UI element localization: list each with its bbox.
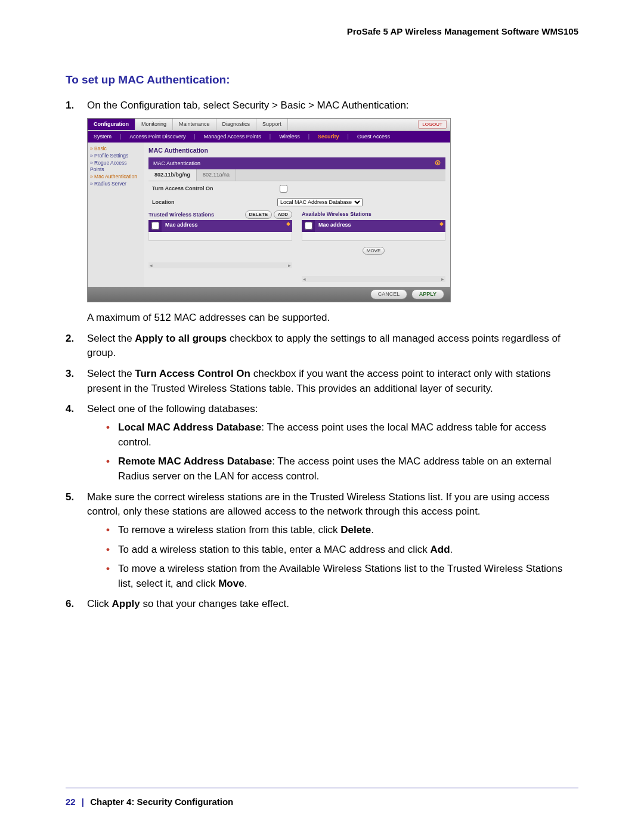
add-button[interactable]: ADD: [274, 210, 292, 219]
step-1-text: On the Configuration tab, select Securit…: [87, 100, 409, 111]
shot-footer: CANCEL APPLY: [88, 287, 450, 302]
step-5-bullet-1: To remove a wireless station from this t…: [106, 523, 578, 538]
step-1-after: A maximum of 512 MAC addresses can be su…: [87, 312, 330, 323]
chapter-title: Chapter 4: Security Configuration: [90, 797, 233, 807]
available-check-all[interactable]: [305, 222, 312, 230]
page-footer: 22 | Chapter 4: Security Configuration: [66, 788, 578, 807]
band-title: MAC Authentication: [153, 160, 200, 168]
radio-tabs: 802.11b/bg/ng 802.11a/na: [148, 169, 445, 181]
cancel-button[interactable]: CANCEL: [370, 289, 408, 299]
tab-monitoring[interactable]: Monitoring: [135, 119, 173, 130]
subnav-security[interactable]: Security: [315, 133, 342, 141]
step-4-bullet-2: Remote MAC Address Database: The access …: [106, 454, 578, 484]
sort-icon[interactable]: ◆: [437, 220, 445, 232]
available-scrollbar[interactable]: ◂▸: [302, 276, 445, 282]
available-table-header: Mac address ◆: [302, 220, 445, 232]
available-title: Available Wireless Stations: [302, 210, 371, 218]
band-header: MAC Authentication ⦿: [148, 157, 445, 170]
panel-title: MAC Authentication: [148, 146, 445, 155]
subnav-wireless[interactable]: Wireless: [277, 133, 302, 141]
shot-sidebar: » Basic » Profile Settings » Rogue Acces…: [88, 143, 144, 287]
move-button[interactable]: MOVE: [363, 247, 385, 255]
side-profile[interactable]: » Profile Settings: [90, 153, 141, 159]
side-basic[interactable]: » Basic: [90, 145, 141, 152]
available-mac-header: Mac address: [315, 220, 437, 232]
side-rogue[interactable]: » Rogue Access Points: [90, 160, 141, 173]
step-5-bullet-2: To add a wireless station to this table,…: [106, 543, 578, 558]
subnav-system[interactable]: System: [91, 133, 114, 141]
trusted-check-all[interactable]: [151, 222, 159, 230]
logout-button[interactable]: LOGOUT: [418, 120, 447, 129]
step-5-bullet-3: To move a wireless station from the Avai…: [106, 562, 578, 591]
help-icon[interactable]: ⦿: [435, 159, 441, 168]
step-6: Click Apply so that your changes take ef…: [66, 597, 578, 612]
radio-a[interactable]: 802.11a/na: [197, 169, 236, 181]
tab-configuration[interactable]: Configuration: [88, 119, 135, 130]
trusted-scrollbar[interactable]: ◂▸: [148, 262, 292, 268]
step-2: Select the Apply to all groups checkbox …: [66, 332, 578, 361]
side-radius[interactable]: » Radius Server: [90, 181, 141, 187]
trusted-table-body: [148, 232, 292, 241]
page-number: 22: [66, 797, 76, 807]
subnav-map[interactable]: Managed Access Points: [202, 133, 264, 141]
tab-support[interactable]: Support: [256, 119, 288, 130]
apply-button[interactable]: APPLY: [411, 289, 444, 299]
step-1: On the Configuration tab, select Securit…: [66, 98, 578, 326]
shot-top-tabs: Configuration Monitoring Maintenance Dia…: [88, 119, 450, 131]
available-table-body: [302, 232, 445, 241]
doc-header: ProSafe 5 AP Wireless Management Softwar…: [66, 26, 578, 36]
subnav-guest[interactable]: Guest Access: [355, 133, 392, 141]
screenshot-figure: Configuration Monitoring Maintenance Dia…: [87, 118, 451, 303]
sort-icon[interactable]: ◆: [284, 220, 292, 232]
checkbox-turn-access[interactable]: [280, 185, 287, 193]
label-turn-access: Turn Access Control On: [152, 185, 277, 193]
trusted-mac-header: Mac address: [162, 220, 284, 232]
steps-list: On the Configuration tab, select Securit…: [66, 98, 578, 612]
step-4-bullet-1: Local MAC Address Database: The access p…: [106, 420, 578, 450]
tab-diagnostics[interactable]: Diagnostics: [216, 119, 257, 130]
subnav-apd[interactable]: Access Point Discovery: [127, 133, 188, 141]
section-title: To set up MAC Authentication:: [66, 73, 578, 86]
shot-subnav: System| Access Point Discovery| Managed …: [88, 131, 450, 143]
label-location: Location: [152, 199, 277, 206]
trusted-title: Trusted Wireless Stations: [148, 211, 214, 219]
select-location[interactable]: Local MAC Address Database: [277, 198, 363, 206]
trusted-table-header: Mac address ◆: [148, 220, 292, 232]
step-5: Make sure the correct wireless stations …: [66, 490, 578, 592]
side-macauth[interactable]: » Mac Authentication: [90, 174, 141, 180]
step-3: Select the Turn Access Control On checkb…: [66, 367, 578, 396]
radio-bg[interactable]: 802.11b/bg/ng: [148, 169, 197, 181]
delete-button[interactable]: DELETE: [245, 210, 273, 219]
tab-maintenance[interactable]: Maintenance: [173, 119, 216, 130]
step-4: Select one of the following databases: L…: [66, 402, 578, 484]
